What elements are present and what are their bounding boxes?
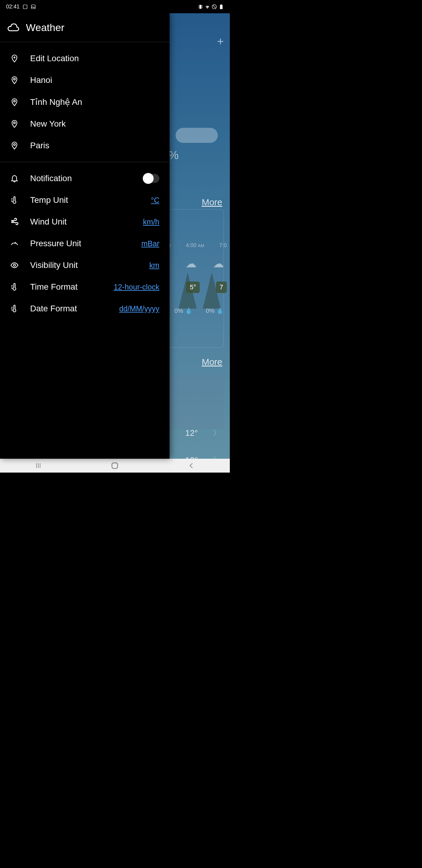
drawer-item-label: Tỉnh Nghệ An — [30, 97, 159, 107]
forecast-time: 4:00 AM — [186, 242, 204, 249]
gauge-icon — [10, 239, 19, 248]
notification-item[interactable]: Notification — [0, 167, 170, 189]
svg-point-5 — [13, 79, 15, 80]
status-time: 02:41 — [6, 4, 20, 10]
drawer-item-value[interactable]: 12-hour-clock — [114, 283, 159, 291]
app-icon — [23, 4, 28, 9]
navigation-drawer: Weather Edit Location Hanoi Tỉnh Nghệ An… — [0, 13, 170, 459]
temp-unit-item[interactable]: Temp Unit °C — [0, 189, 170, 211]
bell-icon — [10, 174, 19, 183]
drawer-item-label: Visibility Unit — [30, 260, 138, 270]
pin-icon — [10, 120, 19, 128]
add-pin-icon — [10, 54, 19, 63]
vibrate-icon — [198, 4, 203, 9]
notification-toggle[interactable] — [144, 174, 159, 183]
image-icon — [31, 4, 36, 9]
background-cloud — [175, 128, 218, 143]
drawer-item-value[interactable]: km — [150, 261, 159, 270]
drawer-item-value[interactable]: °C — [151, 196, 159, 205]
daily-temp: 12° — [185, 456, 198, 459]
drawer-item-label: Date Format — [30, 304, 108, 313]
drawer-title: Weather — [26, 22, 64, 33]
drawer-item-label: Wind Unit — [30, 217, 132, 227]
drawer-item-label: Hanoi — [30, 75, 159, 85]
more-daily-link[interactable]: More — [202, 357, 222, 367]
no-signal-icon — [212, 4, 217, 9]
daily-row[interactable]: 12° 〉 — [185, 428, 221, 438]
more-hourly-link[interactable]: More — [202, 197, 222, 207]
pin-icon — [10, 141, 19, 150]
recents-button[interactable] — [29, 460, 47, 472]
drawer-header: Weather — [0, 13, 170, 42]
daily-temp: 12° — [185, 428, 198, 438]
svg-rect-0 — [23, 5, 27, 9]
eye-icon — [10, 261, 19, 270]
svg-point-8 — [13, 144, 15, 146]
background-trees — [178, 273, 221, 309]
drawer-item-label: Paris — [30, 141, 159, 150]
precip-value: 0% 💧 — [174, 307, 192, 314]
status-right — [198, 4, 224, 9]
chevron-right-icon: 〉 — [213, 428, 221, 438]
drawer-item-label: Edit Location — [30, 54, 159, 63]
drawer-item-value[interactable]: dd/MM/yyyy — [119, 304, 159, 313]
battery-icon — [219, 4, 224, 9]
location-item-nghean[interactable]: Tỉnh Nghệ An — [0, 91, 170, 113]
cloud-icon: ☁ — [213, 257, 224, 270]
edit-location-item[interactable]: Edit Location — [0, 48, 170, 69]
svg-point-6 — [13, 100, 15, 102]
location-item-newyork[interactable]: New York — [0, 113, 170, 135]
background-humidity: % — [168, 149, 178, 162]
settings-section: Notification Temp Unit °C Wind Unit km/h… — [0, 162, 170, 325]
precip-value: 0% 💧 — [206, 307, 224, 314]
wifi-icon — [205, 4, 210, 9]
wind-unit-item[interactable]: Wind Unit km/h — [0, 211, 170, 233]
toggle-knob — [143, 173, 154, 184]
pin-icon — [10, 76, 19, 84]
status-bar: 02:41 — [0, 0, 230, 13]
locations-section: Edit Location Hanoi Tỉnh Nghệ An New Yor… — [0, 42, 170, 162]
weather-cloud-icon — [7, 24, 19, 32]
drawer-item-label: Temp Unit — [30, 195, 139, 205]
temp-badge: 5° — [186, 281, 200, 293]
back-button[interactable] — [183, 460, 201, 472]
svg-rect-1 — [31, 5, 35, 9]
daily-forecast-card — [164, 375, 224, 429]
visibility-unit-item[interactable]: Visibility Unit km — [0, 254, 170, 276]
time-format-item[interactable]: Time Format 12-hour-clock — [0, 276, 170, 298]
drawer-item-label: Time Format — [30, 282, 102, 292]
drawer-item-value[interactable]: mBar — [141, 239, 159, 248]
svg-rect-4 — [221, 4, 222, 5]
date-format-item[interactable]: Date Format dd/MM/yyyy — [0, 298, 170, 319]
drawer-item-label: Notification — [30, 174, 132, 183]
drawer-item-label: New York — [30, 119, 159, 129]
drawer-item-value[interactable]: km/h — [143, 218, 159, 226]
pressure-unit-item[interactable]: Pressure Unit mBar — [0, 233, 170, 254]
thermometer-icon — [10, 304, 19, 313]
forecast-time: 7:0 — [219, 242, 227, 249]
forecast-icons: ☁ ☁ — [186, 257, 224, 270]
daily-row[interactable]: 12° 〉 — [185, 455, 221, 459]
svg-rect-10 — [112, 463, 118, 469]
thermometer-icon — [10, 196, 19, 204]
wind-icon — [10, 218, 19, 226]
location-item-paris[interactable]: Paris — [0, 135, 170, 156]
svg-point-9 — [13, 264, 16, 267]
precip-row: 0% 💧 0% 💧 — [174, 307, 224, 314]
add-location-button[interactable]: + — [217, 35, 224, 48]
chevron-right-icon: 〉 — [213, 455, 221, 459]
pin-icon — [10, 98, 19, 106]
drawer-item-label: Pressure Unit — [30, 239, 130, 248]
cloud-icon: ☁ — [186, 257, 196, 270]
thermometer-icon — [10, 283, 19, 291]
svg-rect-3 — [220, 5, 223, 9]
svg-point-7 — [13, 122, 15, 124]
location-item-hanoi[interactable]: Hanoi — [0, 69, 170, 91]
system-nav-bar — [0, 459, 230, 472]
forecast-times: AM 4:00 AM 7:0 — [164, 242, 227, 249]
temp-badge: 7 — [216, 281, 227, 293]
status-left: 02:41 — [6, 4, 36, 10]
home-button[interactable] — [106, 460, 124, 472]
